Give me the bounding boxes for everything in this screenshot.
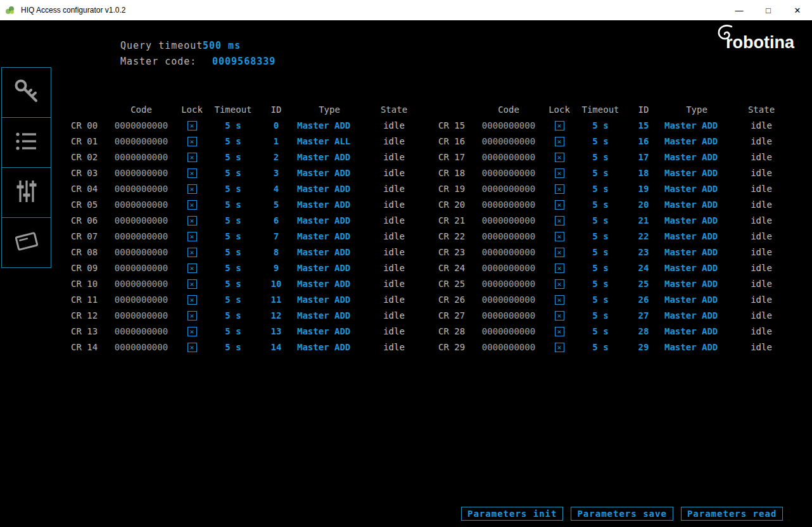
master-code-value[interactable]: 0009568339	[212, 56, 276, 67]
type-field[interactable]: Master ADD	[295, 263, 364, 273]
type-field[interactable]: Master ADD	[663, 215, 731, 225]
code-field[interactable]: 0000000000	[475, 295, 542, 305]
id-value[interactable]: 9	[257, 263, 295, 273]
code-field[interactable]: 0000000000	[108, 247, 175, 257]
lock-checkbox[interactable]: ✕	[542, 136, 576, 146]
code-field[interactable]: 0000000000	[108, 120, 175, 130]
type-field[interactable]: Master ADD	[295, 215, 364, 225]
timeout-field[interactable]: 5 s	[576, 310, 625, 321]
timeout-field[interactable]: 5 s	[576, 231, 625, 241]
lock-checkbox[interactable]: ✕	[542, 151, 576, 162]
id-value[interactable]: 24	[625, 263, 663, 273]
lock-checkbox[interactable]: ✕	[542, 167, 576, 178]
type-field[interactable]: Master ADD	[295, 295, 364, 305]
timeout-field[interactable]: 5 s	[576, 136, 625, 146]
id-value[interactable]: 26	[625, 295, 663, 305]
code-field[interactable]: 0000000000	[108, 231, 175, 241]
timeout-field[interactable]: 5 s	[209, 168, 257, 178]
timeout-field[interactable]: 5 s	[576, 184, 625, 194]
lock-checkbox[interactable]: ✕	[175, 136, 209, 146]
code-field[interactable]: 0000000000	[475, 168, 542, 178]
lock-checkbox[interactable]: ✕	[542, 262, 576, 273]
lock-checkbox[interactable]: ✕	[542, 326, 576, 336]
timeout-field[interactable]: 5 s	[576, 295, 625, 305]
lock-checkbox[interactable]: ✕	[175, 183, 209, 194]
parameters-init-button[interactable]: Parameters init	[461, 507, 563, 521]
lock-checkbox[interactable]: ✕	[542, 278, 576, 289]
type-field[interactable]: Master ADD	[295, 120, 364, 130]
id-value[interactable]: 1	[257, 136, 295, 146]
lock-checkbox[interactable]: ✕	[542, 120, 576, 130]
id-value[interactable]: 15	[625, 120, 663, 130]
lock-checkbox[interactable]: ✕	[175, 199, 209, 210]
type-field[interactable]: Master ADD	[663, 120, 731, 130]
maximize-button[interactable]: □	[754, 0, 783, 20]
close-button[interactable]: ✕	[783, 0, 812, 20]
code-field[interactable]: 0000000000	[475, 215, 542, 225]
lock-checkbox[interactable]: ✕	[175, 326, 209, 336]
code-field[interactable]: 0000000000	[475, 247, 542, 257]
id-value[interactable]: 10	[257, 279, 295, 289]
timeout-field[interactable]: 5 s	[209, 326, 257, 336]
lock-checkbox[interactable]: ✕	[542, 341, 576, 352]
code-field[interactable]: 0000000000	[475, 310, 542, 321]
type-field[interactable]: Master ADD	[295, 310, 364, 321]
timeout-field[interactable]: 5 s	[209, 152, 257, 162]
type-field[interactable]: Master ADD	[295, 168, 364, 178]
code-field[interactable]: 0000000000	[108, 310, 175, 321]
id-value[interactable]: 7	[257, 231, 295, 241]
id-value[interactable]: 16	[625, 136, 663, 146]
lock-checkbox[interactable]: ✕	[175, 310, 209, 321]
id-value[interactable]: 23	[625, 247, 663, 257]
code-field[interactable]: 0000000000	[108, 342, 175, 352]
id-value[interactable]: 3	[257, 168, 295, 178]
lock-checkbox[interactable]: ✕	[175, 262, 209, 273]
type-field[interactable]: Master ADD	[663, 295, 731, 305]
type-field[interactable]: Master ADD	[663, 263, 731, 273]
lock-checkbox[interactable]: ✕	[175, 246, 209, 257]
code-field[interactable]: 0000000000	[475, 231, 542, 241]
timeout-field[interactable]: 5 s	[209, 310, 257, 321]
code-field[interactable]: 0000000000	[475, 200, 542, 210]
sidebar-item-list[interactable]	[1, 117, 51, 168]
lock-checkbox[interactable]: ✕	[175, 120, 209, 130]
type-field[interactable]: Master ADD	[663, 152, 731, 162]
code-field[interactable]: 0000000000	[475, 184, 542, 194]
lock-checkbox[interactable]: ✕	[175, 341, 209, 352]
query-timeout-value[interactable]: 500 ms	[203, 40, 241, 51]
id-value[interactable]: 6	[257, 215, 295, 225]
timeout-field[interactable]: 5 s	[209, 215, 257, 225]
code-field[interactable]: 0000000000	[108, 168, 175, 178]
id-value[interactable]: 18	[625, 168, 663, 178]
timeout-field[interactable]: 5 s	[209, 295, 257, 305]
sidebar-item-card[interactable]	[1, 217, 51, 268]
timeout-field[interactable]: 5 s	[576, 168, 625, 178]
type-field[interactable]: Master ADD	[663, 310, 731, 321]
id-value[interactable]: 25	[625, 279, 663, 289]
type-field[interactable]: Master ADD	[663, 184, 731, 194]
lock-checkbox[interactable]: ✕	[175, 215, 209, 225]
lock-checkbox[interactable]: ✕	[542, 199, 576, 210]
type-field[interactable]: Master ADD	[663, 168, 731, 178]
type-field[interactable]: Master ADD	[663, 326, 731, 336]
minimize-button[interactable]: —	[725, 0, 754, 20]
type-field[interactable]: Master ADD	[663, 200, 731, 210]
lock-checkbox[interactable]: ✕	[542, 231, 576, 241]
code-field[interactable]: 0000000000	[108, 295, 175, 305]
lock-checkbox[interactable]: ✕	[542, 310, 576, 321]
timeout-field[interactable]: 5 s	[576, 152, 625, 162]
lock-checkbox[interactable]: ✕	[542, 183, 576, 194]
timeout-field[interactable]: 5 s	[576, 120, 625, 130]
id-value[interactable]: 14	[257, 342, 295, 352]
id-value[interactable]: 5	[257, 200, 295, 210]
timeout-field[interactable]: 5 s	[209, 342, 257, 352]
type-field[interactable]: Master ADD	[663, 342, 731, 352]
id-value[interactable]: 17	[625, 152, 663, 162]
timeout-field[interactable]: 5 s	[209, 263, 257, 273]
lock-checkbox[interactable]: ✕	[175, 278, 209, 289]
code-field[interactable]: 0000000000	[475, 152, 542, 162]
type-field[interactable]: Master ADD	[295, 279, 364, 289]
parameters-save-button[interactable]: Parameters save	[571, 507, 673, 521]
timeout-field[interactable]: 5 s	[209, 231, 257, 241]
code-field[interactable]: 0000000000	[108, 279, 175, 289]
